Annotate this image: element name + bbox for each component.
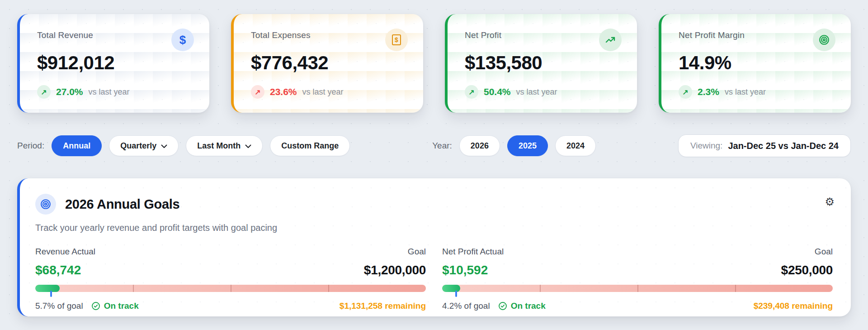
kpi-value: $776,432 (251, 52, 406, 74)
trend-up-arrow-icon: ↗ (465, 85, 478, 99)
actual-label: Net Profit Actual (442, 247, 504, 257)
kpi-card-net-profit-margin: Net Profit Margin 14.9% ↗ 2.3% vs last y… (659, 14, 851, 113)
goals-grid: Revenue Actual Goal $68,742 $1,200,000 (35, 247, 833, 311)
revenue-goal-section: Revenue Actual Goal $68,742 $1,200,000 (35, 247, 426, 311)
kpi-value: $135,580 (465, 52, 620, 74)
pace-marker (50, 291, 52, 297)
year-button-2024[interactable]: 2024 (555, 135, 596, 156)
trend-caption: vs last year (89, 87, 130, 97)
trend-up-arrow-icon: ↗ (37, 85, 51, 99)
percent-of-goal: 5.7% of goal (35, 301, 83, 311)
goal-label: Goal (408, 247, 426, 257)
kpi-trend: ↗ 23.6% vs last year (251, 85, 406, 99)
viewing-value: Jan-Dec 25 vs Jan-Dec 24 (728, 141, 839, 151)
actual-amount: $10,592 (442, 263, 488, 277)
period-button-quarterly[interactable]: Quarterly (109, 135, 179, 156)
year-options: 2026 2025 2024 (459, 135, 596, 156)
year-button-2025[interactable]: 2025 (507, 135, 548, 156)
receipt-icon: $ (385, 29, 408, 51)
goals-subtitle: Track your yearly revenue and profit tar… (35, 223, 833, 233)
goals-title: 2026 Annual Goals (65, 197, 179, 212)
goal-amount: $250,000 (781, 263, 833, 277)
kpi-label: Net Profit Margin (679, 30, 834, 40)
goals-header: 2026 Annual Goals (35, 194, 833, 215)
kpi-card-net-profit: Net Profit $135,580 ↗ 50.4% vs last year (445, 14, 637, 113)
progress-fill (35, 285, 60, 292)
viewing-label: Viewing: (690, 141, 722, 151)
kpi-trend: ↗ 2.3% vs last year (679, 85, 834, 99)
trend-caption: vs last year (725, 87, 766, 97)
period-label: Period: (17, 141, 44, 151)
trend-percent: 23.6% (270, 86, 297, 97)
filter-row: Period: Annual Quarterly Last Month Cust… (17, 134, 851, 157)
period-button-annual[interactable]: Annual (52, 135, 102, 156)
target-icon (35, 194, 56, 215)
check-circle-icon (498, 301, 507, 311)
target-icon (813, 29, 835, 51)
trending-up-icon (599, 29, 622, 51)
viewing-range-display[interactable]: Viewing: Jan-Dec 25 vs Jan-Dec 24 (678, 134, 851, 157)
annual-goals-card: 2026 Annual Goals ⚙ Track your yearly re… (17, 178, 851, 316)
percent-of-goal: 4.2% of goal (442, 301, 490, 311)
remaining-amount: $239,408 remaining (754, 301, 833, 311)
trend-percent: 50.4% (484, 86, 511, 97)
kpi-label: Net Profit (465, 30, 620, 40)
actual-label: Revenue Actual (35, 247, 95, 257)
trend-percent: 27.0% (56, 86, 83, 97)
kpi-trend: ↗ 27.0% vs last year (37, 85, 192, 99)
trend-caption: vs last year (302, 87, 344, 97)
trend-up-arrow-icon: ↗ (251, 85, 264, 99)
dashboard-page: Total Revenue $ $912,012 ↗ 27.0% vs last… (0, 0, 868, 316)
trend-percent: 2.3% (698, 86, 719, 97)
kpi-value: 14.9% (679, 52, 834, 74)
period-options: Annual Quarterly Last Month Custom Range (52, 135, 350, 156)
trend-up-arrow-icon: ↗ (679, 85, 692, 99)
check-circle-icon (91, 301, 100, 311)
kpi-label: Total Revenue (37, 30, 192, 40)
kpi-card-total-expenses: Total Expenses $ $776,432 ↗ 23.6% vs las… (231, 14, 423, 113)
goal-label: Goal (815, 247, 833, 257)
chevron-down-icon (245, 144, 251, 148)
net-profit-goal-section: Net Profit Actual Goal $10,592 $250,000 (442, 247, 833, 311)
progress-fill (442, 285, 460, 292)
chevron-down-icon (161, 144, 167, 148)
goal-amount: $1,200,000 (364, 263, 426, 277)
trend-caption: vs last year (516, 87, 557, 97)
kpi-trend: ↗ 50.4% vs last year (465, 85, 620, 99)
status-badge: On track (498, 301, 546, 311)
pace-marker (455, 291, 457, 297)
actual-amount: $68,742 (35, 263, 81, 277)
period-button-last-month[interactable]: Last Month (186, 135, 263, 156)
kpi-value: $912,012 (37, 52, 192, 74)
dollar-icon: $ (171, 29, 194, 51)
gear-icon[interactable]: ⚙ (825, 196, 835, 207)
kpi-label: Total Expenses (251, 30, 406, 40)
period-button-custom-range[interactable]: Custom Range (270, 135, 350, 156)
status-badge: On track (91, 301, 139, 311)
revenue-progress-bar (35, 285, 426, 297)
net-profit-progress-bar (442, 285, 833, 297)
kpi-row: Total Revenue $ $912,012 ↗ 27.0% vs last… (17, 14, 851, 113)
year-label: Year: (432, 141, 452, 151)
remaining-amount: $1,131,258 remaining (340, 301, 426, 311)
kpi-card-total-revenue: Total Revenue $ $912,012 ↗ 27.0% vs last… (17, 14, 209, 113)
year-button-2026[interactable]: 2026 (459, 135, 500, 156)
